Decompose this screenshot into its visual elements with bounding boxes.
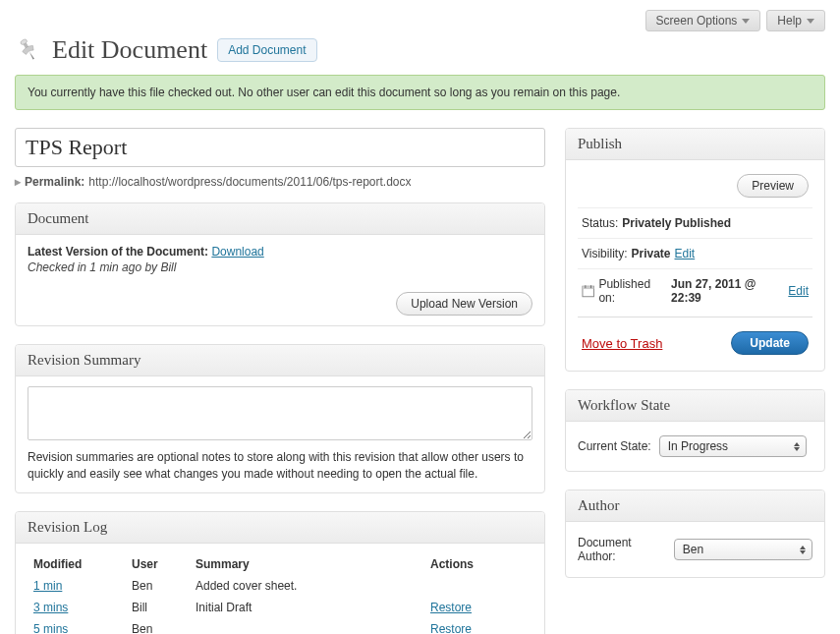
add-document-button[interactable]: Add Document <box>217 38 316 62</box>
status-value: Privately Published <box>622 216 731 230</box>
publish-box: Publish Preview Status: Privately Publis… <box>565 128 825 372</box>
screen-meta-tabs: Screen Options Help <box>15 10 825 31</box>
workflow-heading: Workflow State <box>566 390 824 422</box>
pushpin-icon <box>15 36 42 64</box>
checkout-notice: You currently have this file checked out… <box>15 75 825 110</box>
published-label: Published on: <box>598 277 667 305</box>
revision-summary-heading: Revision Summary <box>16 345 544 376</box>
update-button[interactable]: Update <box>731 331 809 355</box>
revision-user: Ben <box>126 575 190 597</box>
help-tab[interactable]: Help <box>766 10 825 31</box>
checked-in-info: Checked in 1 min ago by Bill <box>28 260 532 274</box>
permalink-label: Permalink: <box>25 175 84 189</box>
calendar-icon <box>582 284 594 298</box>
preview-button[interactable]: Preview <box>737 174 809 198</box>
restore-link[interactable]: Restore <box>430 601 472 614</box>
revision-time-link[interactable]: 5 mins <box>33 622 68 634</box>
workflow-state-label: Current State: <box>578 439 651 453</box>
chevron-down-icon <box>742 19 750 24</box>
revision-log-heading: Revision Log <box>16 512 544 544</box>
restore-link[interactable]: Restore <box>430 622 472 634</box>
table-row: 1 min Ben Added cover sheet. <box>28 575 532 597</box>
select-arrows-icon <box>794 442 800 451</box>
col-summary: Summary <box>190 553 424 575</box>
workflow-state-select[interactable]: In Progress <box>659 435 807 457</box>
page-header: Edit Document Add Document <box>15 35 825 65</box>
table-row: 5 mins Ben Restore <box>28 618 532 634</box>
permalink-url: http://localhost/wordpress/documents/201… <box>88 175 411 189</box>
visibility-value: Private <box>631 247 670 260</box>
upload-new-version-button[interactable]: Upload New Version <box>396 292 532 316</box>
publish-heading: Publish <box>566 129 824 160</box>
workflow-state-box: Workflow State Current State: In Progres… <box>565 389 825 472</box>
select-arrows-icon <box>800 546 806 554</box>
status-label: Status: <box>582 216 618 230</box>
col-modified: Modified <box>28 553 126 575</box>
author-value: Ben <box>683 543 703 556</box>
revision-user: Ben <box>126 618 190 634</box>
col-user: User <box>126 553 190 575</box>
add-document-label: Add Document <box>228 43 306 57</box>
author-box: Author Document Author: Ben <box>565 490 825 578</box>
page-title: Edit Document <box>52 35 207 65</box>
move-to-trash-link[interactable]: Move to Trash <box>582 336 662 351</box>
revision-summary <box>190 618 424 634</box>
permalink-row: ▸ Permalink: http://localhost/wordpress/… <box>15 175 545 189</box>
author-label: Document Author: <box>578 536 666 563</box>
document-title-input[interactable] <box>15 128 545 167</box>
edit-publish-date-link[interactable]: Edit <box>788 284 809 298</box>
revision-summary-help: Revision summaries are optional notes to… <box>28 449 532 483</box>
document-box: Document Latest Version of the Document:… <box>15 202 545 326</box>
download-link[interactable]: Download <box>211 245 263 259</box>
chevron-down-icon <box>807 19 814 24</box>
table-row: 3 mins Bill Initial Draft Restore <box>28 597 532 618</box>
revision-time-link[interactable]: 1 min <box>33 579 62 593</box>
svg-rect-3 <box>583 286 593 289</box>
revision-user: Bill <box>126 597 190 618</box>
revision-summary-textarea[interactable] <box>28 386 532 440</box>
revision-action <box>424 575 532 597</box>
revision-log-table: Modified User Summary Actions 1 min Ben … <box>28 553 532 634</box>
published-value: Jun 27, 2011 @ 22:39 <box>671 277 784 305</box>
document-box-heading: Document <box>16 203 544 235</box>
screen-options-tab[interactable]: Screen Options <box>645 10 761 31</box>
revision-log-box: Revision Log Modified User Summary Actio… <box>15 511 545 634</box>
revision-summary-box: Revision Summary Revision summaries are … <box>15 344 545 493</box>
chevron-right-icon: ▸ <box>15 175 21 189</box>
screen-options-label: Screen Options <box>656 14 738 28</box>
latest-version-label: Latest Version of the Document: <box>28 245 208 259</box>
author-heading: Author <box>566 490 824 522</box>
visibility-label: Visibility: <box>582 247 627 260</box>
edit-visibility-link[interactable]: Edit <box>675 247 696 260</box>
revision-summary: Initial Draft <box>190 597 424 618</box>
col-actions: Actions <box>424 553 532 575</box>
author-select[interactable]: Ben <box>674 539 812 560</box>
revision-summary: Added cover sheet. <box>190 575 424 597</box>
workflow-state-value: In Progress <box>668 439 728 453</box>
help-label: Help <box>777 14 802 28</box>
revision-time-link[interactable]: 3 mins <box>33 601 68 614</box>
